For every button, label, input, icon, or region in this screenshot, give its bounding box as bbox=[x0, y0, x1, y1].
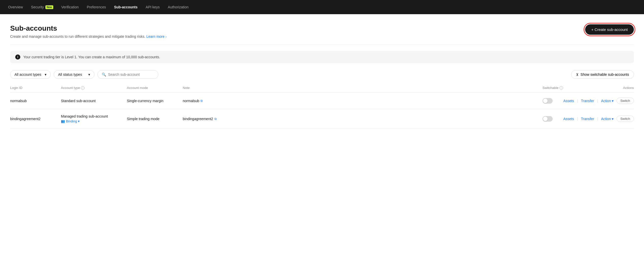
transfer-link[interactable]: Transfer bbox=[581, 99, 594, 103]
cell-account-mode: Single-currency margin bbox=[127, 99, 183, 103]
action-divider: | bbox=[577, 117, 578, 121]
switchable-toggle[interactable] bbox=[543, 98, 553, 104]
note-text: normalsub bbox=[183, 99, 199, 103]
assets-link[interactable]: Assets bbox=[563, 99, 574, 103]
cell-actions: Assets|Transfer|Action ▾Switch bbox=[583, 116, 634, 122]
chevron-down-icon: ▾ bbox=[612, 117, 614, 121]
search-input[interactable] bbox=[108, 72, 154, 77]
switchable-btn-label: Show switchable sub-accounts bbox=[581, 72, 629, 77]
switch-button[interactable]: Switch bbox=[617, 116, 634, 122]
chevron-down-icon: ▾ bbox=[45, 72, 46, 77]
search-input-wrap: 🔍 bbox=[97, 70, 158, 79]
nav-item-sub-accounts[interactable]: Sub-accounts bbox=[114, 4, 138, 10]
account-type-filter[interactable]: All account types ▾ bbox=[10, 70, 51, 79]
table-header: Login ID Account type i Account mode Not… bbox=[10, 86, 634, 92]
top-navigation: OverviewSecurityNewVerificationPreferenc… bbox=[0, 0, 644, 14]
transfer-link[interactable]: Transfer bbox=[581, 117, 594, 121]
nav-item-preferences[interactable]: Preferences bbox=[87, 4, 106, 10]
chevron-right-icon: › bbox=[165, 35, 166, 39]
people-icon: 👥 bbox=[61, 119, 65, 123]
col-note: Note bbox=[183, 86, 543, 90]
account-type-info-icon[interactable]: i bbox=[81, 86, 84, 90]
search-icon: 🔍 bbox=[102, 72, 106, 77]
note-text: bindingagreement2 bbox=[183, 117, 213, 121]
toggle-knob bbox=[543, 99, 548, 103]
account-type-text: Managed trading sub-account bbox=[61, 114, 127, 118]
action-divider: | bbox=[597, 99, 598, 103]
learn-more-link[interactable]: Learn more › bbox=[146, 34, 166, 39]
action-label: Action bbox=[601, 99, 611, 103]
external-link-icon[interactable]: ⧉ bbox=[214, 117, 217, 121]
account-type-filter-label: All account types bbox=[14, 72, 43, 77]
cell-actions: Assets|Transfer|Action ▾Switch bbox=[583, 98, 634, 104]
note-wrap: bindingagreement2 ⧉ bbox=[183, 117, 543, 121]
col-account-type: Account type i bbox=[61, 86, 127, 90]
table-body: normalsubStandard sub-accountSingle-curr… bbox=[10, 92, 634, 128]
page-header: Sub-accounts Create and manage sub-accou… bbox=[10, 24, 634, 39]
filter-icon: ⊻ bbox=[576, 72, 579, 77]
info-circle-icon: i bbox=[15, 54, 20, 60]
create-sub-account-button[interactable]: + Create sub-account bbox=[585, 24, 634, 35]
assets-link[interactable]: Assets bbox=[563, 117, 574, 121]
col-switchable: Switchable i bbox=[543, 86, 583, 90]
page-title-area: Sub-accounts Create and manage sub-accou… bbox=[10, 24, 166, 39]
page-subtitle: Create and manage sub-accounts to run di… bbox=[10, 34, 166, 39]
status-type-filter-label: All status types bbox=[58, 72, 86, 77]
filters-row: All account types ▾ All status types ▾ 🔍… bbox=[10, 70, 634, 79]
page-title: Sub-accounts bbox=[10, 24, 166, 32]
cell-note: normalsub ⧉ bbox=[183, 99, 543, 103]
nav-item-verification[interactable]: Verification bbox=[61, 4, 79, 10]
nav-item-api-keys[interactable]: API keys bbox=[146, 4, 160, 10]
nav-item-overview[interactable]: Overview bbox=[8, 4, 23, 10]
col-actions: Actions bbox=[583, 86, 634, 90]
show-switchable-button[interactable]: ⊻ Show switchable sub-accounts bbox=[571, 70, 634, 79]
action-divider: | bbox=[597, 117, 598, 121]
info-banner-text: Your current trading tier is Level 1. Yo… bbox=[23, 55, 160, 59]
filter-right: ⊻ Show switchable sub-accounts bbox=[571, 70, 634, 79]
nav-item-security[interactable]: SecurityNew bbox=[31, 4, 53, 10]
chevron-down-icon: ▾ bbox=[88, 72, 90, 77]
switch-button[interactable]: Switch bbox=[617, 98, 634, 104]
info-banner: i Your current trading tier is Level 1. … bbox=[10, 51, 634, 63]
nav-badge-new: New bbox=[45, 5, 53, 9]
chevron-down-icon: ▾ bbox=[78, 119, 80, 123]
switchable-info-icon[interactable]: i bbox=[560, 86, 563, 90]
action-dropdown[interactable]: Action ▾ bbox=[601, 99, 614, 103]
col-account-mode: Account mode bbox=[127, 86, 183, 90]
page-content: Sub-accounts Create and manage sub-accou… bbox=[0, 14, 644, 128]
switchable-toggle[interactable] bbox=[543, 116, 553, 122]
action-divider: | bbox=[577, 99, 578, 103]
cell-note: bindingagreement2 ⧉ bbox=[183, 117, 543, 121]
cell-login-id: normalsub bbox=[10, 99, 61, 103]
cell-login-id: bindingagreement2 bbox=[10, 117, 61, 121]
status-type-filter[interactable]: All status types ▾ bbox=[54, 70, 94, 79]
note-wrap: normalsub ⧉ bbox=[183, 99, 543, 103]
toggle-knob bbox=[543, 117, 548, 121]
cell-account-type: Standard sub-account bbox=[61, 99, 127, 103]
cell-account-mode: Simple trading mode bbox=[127, 117, 183, 121]
table-row: normalsubStandard sub-accountSingle-curr… bbox=[10, 92, 634, 109]
external-link-icon[interactable]: ⧉ bbox=[200, 99, 203, 103]
action-label: Action bbox=[601, 117, 611, 121]
subtitle-text: Create and manage sub-accounts to run di… bbox=[10, 34, 145, 39]
section-divider bbox=[10, 45, 634, 45]
cell-account-type: Managed trading sub-account👥 Binding ▾ bbox=[61, 114, 127, 123]
table-row: bindingagreement2Managed trading sub-acc… bbox=[10, 109, 634, 128]
nav-item-authorization[interactable]: Authorization bbox=[168, 4, 189, 10]
action-dropdown[interactable]: Action ▾ bbox=[601, 117, 614, 121]
col-login-id: Login ID bbox=[10, 86, 61, 90]
binding-link[interactable]: 👥 Binding ▾ bbox=[61, 119, 127, 123]
chevron-down-icon: ▾ bbox=[612, 99, 614, 103]
